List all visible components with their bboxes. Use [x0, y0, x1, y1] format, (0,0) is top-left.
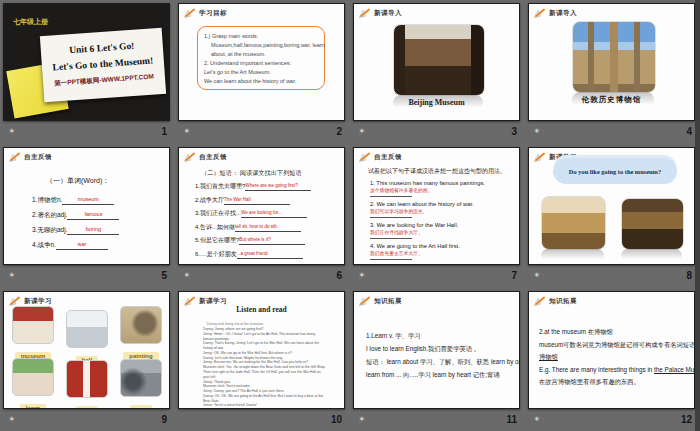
slide-thumbnail-12[interactable]: 知识拓展 2.at the museum 在博物馆 museum可数名词意为博物… — [528, 291, 695, 409]
section-title: 试着把以下句子译成汉语并想一想这些句型的用法。 — [368, 167, 506, 176]
thumbnail-strip-7: ✶ 7 — [353, 266, 522, 285]
note-line: I love to learn English.我们喜爱学英语 。 — [366, 343, 520, 356]
war-photo — [120, 359, 162, 397]
thumbnail-strip-3: ✶ 3 — [353, 122, 522, 141]
quiz-question: 4.战争n. — [32, 241, 56, 248]
slide-sorter-grid: 七年级上册 Unit 6 Let's Go! Let's Go to the M… — [0, 0, 700, 431]
museum-photo — [12, 306, 54, 344]
slide-number-6: 6 — [336, 270, 342, 281]
grammar-notes: 1.Learn v. 学、学习 I love to learn English.… — [366, 330, 520, 382]
slide-thumbnail-3[interactable]: 新课导入 Beijing Museum — [353, 3, 520, 121]
slide-thumbnail-10[interactable]: 新课学习 Listen and read Danny and Jenny are… — [178, 291, 345, 409]
note-line: E.g. There are many interesting things i… — [539, 364, 695, 377]
slide-cell-10: 新课学习 Listen and read Danny and Jenny are… — [175, 288, 350, 431]
quiz-answer: boring — [67, 225, 119, 235]
animation-star-icon[interactable]: ✶ — [358, 271, 366, 280]
museum-room-photo-right — [621, 198, 684, 250]
animation-star-icon[interactable]: ✶ — [358, 127, 366, 136]
pencil-icon — [358, 152, 371, 163]
animation-star-icon[interactable]: ✶ — [533, 127, 541, 136]
quiz-row: 1.我们首先去哪里?Where are we going first? — [195, 182, 311, 196]
dialogue-line: Museum clerk: Yes. Go straight down the … — [203, 365, 327, 379]
section-title: （二）短语： 阅读课文找出下列短语 — [201, 169, 302, 178]
window-edge — [695, 0, 700, 431]
thumbnail-strip-8: ✶ 8 — [528, 266, 697, 285]
slide-thumbnail-6[interactable]: 自主反馈 （二）短语： 阅读课文找出下列短语 1.我们首先去哪里?Where a… — [178, 147, 345, 265]
quiz-answer: But where is it? — [239, 236, 305, 245]
quiz-row: 1.博物馆n.museum — [32, 195, 119, 210]
header-label: 知识拓展 — [374, 297, 402, 306]
animation-star-icon[interactable]: ✶ — [8, 271, 16, 280]
note-line: learn from ... 向.....学习 learn by heart 记… — [366, 369, 520, 382]
pencil-icon — [358, 296, 371, 307]
slide-cell-7: 自主反馈 试着把以下句子译成汉语并想一想这些句型的用法。 1. This mus… — [350, 144, 525, 288]
slide-cell-4: 新课导入 伦敦历史博物馆 ✶ 4 — [525, 0, 700, 144]
sentence-zh: 我们正在寻找战争大厅。 — [370, 229, 485, 235]
animation-star-icon[interactable]: ✶ — [183, 271, 191, 280]
thumbnail-strip-5: ✶ 5 — [3, 266, 172, 285]
answer-line — [370, 235, 412, 239]
quiz-row: 2.战争大厅The War Hall — [195, 196, 311, 210]
pencil-icon — [183, 8, 196, 19]
word-card-hall: hall — [64, 310, 110, 366]
note-line: 短语： learn about 学习、了解、听到、获悉 learn by one… — [366, 356, 520, 369]
quiz-answer: famous — [67, 210, 119, 220]
slide-thumbnail-11[interactable]: 知识拓展 1.Learn v. 学、学习 I love to learn Eng… — [353, 291, 520, 409]
quiz-row: 3.我们正在寻找...We are looking for... — [195, 209, 311, 223]
listen-read-title: Listen and read — [179, 305, 344, 314]
sentence-zh: 我们可以学习战争的历史。 — [370, 208, 485, 214]
slide-number-5: 5 — [161, 270, 167, 281]
photo-caption: 伦敦历史博物馆 — [529, 95, 694, 105]
slide-number-9: 9 — [161, 414, 167, 425]
sentence-zh: 我们首先要去艺术大厅。 — [370, 250, 485, 256]
quiz-answer: We are looking for... — [241, 209, 307, 218]
sentence-en: 1. This museum has many famous paintings… — [370, 180, 485, 186]
thumbnail-strip-10: 10 — [178, 410, 347, 429]
quiz-row: 2.著名的adj.famous — [32, 210, 119, 225]
slide-cell-5: 自主反馈 （一）单词(Word)： 1.博物馆n.museum 2.著名的adj… — [0, 144, 175, 288]
animation-star-icon[interactable]: ✶ — [533, 271, 541, 280]
pencil-icon — [358, 8, 371, 19]
slide-number-3: 3 — [511, 126, 517, 137]
slide-cell-1: 七年级上册 Unit 6 Let's Go! Let's Go to the M… — [0, 0, 175, 144]
sentence-en: 4. We are going to the Art Hall first. — [370, 243, 485, 249]
animation-star-icon[interactable]: ✶ — [533, 415, 541, 424]
animation-star-icon[interactable]: ✶ — [183, 127, 191, 136]
note-text-underlined: the Palace Museum. — [654, 366, 695, 373]
slide-header: 知识拓展 — [358, 296, 402, 307]
slide-thumbnail-4[interactable]: 新课导入 伦敦历史博物馆 — [528, 3, 695, 121]
slide-number-1: 1 — [161, 126, 167, 137]
objectives-box: 1.) Grasp main words: Museum,hall,famous… — [197, 26, 325, 90]
slide-thumbnail-5[interactable]: 自主反馈 （一）单词(Word)： 1.博物馆n.museum 2.著名的adj… — [3, 147, 170, 265]
pencil-icon — [183, 152, 196, 163]
slide-number-12: 12 — [681, 414, 692, 425]
quiz-row: 6.....是个好朋友...a great friend — [195, 250, 311, 264]
word-label: learn — [20, 404, 46, 409]
slide-thumbnail-9[interactable]: 新课学习 museum hall painting learn gift — [3, 291, 170, 409]
animation-star-icon[interactable]: ✶ — [8, 127, 16, 136]
slide-thumbnail-7[interactable]: 自主反馈 试着把以下句子译成汉语并想一想这些句型的用法。 1. This mus… — [353, 147, 520, 265]
pencil-icon — [533, 8, 546, 19]
word-quiz-list: 1.博物馆n.museum 2.著名的adj.famous 3.无聊的adj.b… — [32, 195, 119, 255]
quiz-row: 4.告诉...如何做tell sb. how to do sth. — [195, 223, 311, 237]
objective-line: Museum,hall,famous,painting,boring,war, … — [204, 41, 318, 50]
slide-thumbnail-8[interactable]: 新课学习 Do you like going to the museum? — [528, 147, 695, 265]
painting-photo — [120, 306, 162, 344]
quiz-question: 5.但是它在哪里? — [195, 237, 239, 243]
quiz-row: 3.无聊的adj.boring — [32, 225, 119, 240]
animation-star-icon[interactable]: ✶ — [8, 415, 16, 424]
note-line: museum可数名词意为博物馆是记得可构成专有名词短语: 故宫 — [539, 339, 695, 352]
word-card-war: war — [118, 359, 164, 409]
note-text: museum可数名词意为博物馆是记得可构成专有名词短语: — [539, 341, 695, 348]
objective-line: We can learn about the history of war. — [204, 77, 318, 86]
slide-cell-12: 知识拓展 2.at the museum 在博物馆 museum可数名词意为博物… — [525, 288, 700, 431]
question-text: Do you like going to the museum? — [569, 168, 661, 175]
slide-header: 知识拓展 — [533, 296, 577, 307]
thumbnail-strip-9: ✶ 9 — [3, 410, 172, 429]
phrase-quiz-list: 1.我们首先去哪里?Where are we going first? 2.战争… — [195, 182, 311, 263]
gift-photo — [66, 360, 108, 398]
note-text: 2.at the museum 在博物馆 — [539, 328, 613, 335]
slide-thumbnail-2[interactable]: 学习目标 1.) Grasp main words: Museum,hall,f… — [178, 3, 345, 121]
animation-star-icon[interactable]: ✶ — [358, 415, 366, 424]
slide-thumbnail-1[interactable]: 七年级上册 Unit 6 Let's Go! Let's Go to the M… — [3, 3, 170, 121]
